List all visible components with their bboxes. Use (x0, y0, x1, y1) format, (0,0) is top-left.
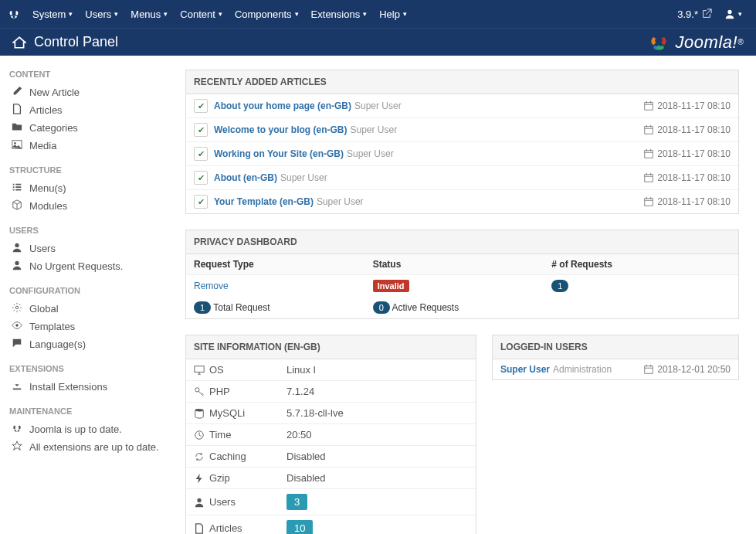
calendar-icon (643, 124, 654, 135)
star-icon (9, 440, 25, 454)
article-link[interactable]: Your Template (en-GB) (214, 196, 314, 207)
page-title: Control Panel (34, 34, 648, 50)
image-icon (9, 139, 25, 152)
sidebar-item-joomla-is-up-to-date-[interactable]: Joomla is up to date. (9, 420, 168, 438)
sidebar-item-all-extensions-are-up-to-date-[interactable]: All extensions are up to date. (9, 438, 168, 456)
nav-components[interactable]: Components ▾ (229, 9, 305, 20)
file-icon (9, 104, 25, 117)
calendar-icon (643, 172, 654, 183)
sidebar-item-language-s-[interactable]: Language(s) (9, 335, 168, 353)
sidebar-item-modules[interactable]: Modules (9, 197, 168, 215)
check-icon[interactable]: ✔ (194, 171, 208, 185)
count-badge: 10 (286, 520, 313, 534)
article-row: ✔About your home page (en-GB)Super User2… (186, 94, 738, 118)
nav-system[interactable]: System ▾ (26, 9, 79, 20)
sidebar-item-users[interactable]: Users (9, 240, 168, 257)
privacy-row: RemoveInvalid1 (186, 275, 738, 297)
chat-icon (9, 338, 25, 351)
sidebar: CONTENTNew ArticleArticlesCategoriesMedi… (0, 56, 178, 534)
site-info-title: SITE INFORMATION (EN-GB) (186, 335, 476, 359)
privacy-type-link[interactable]: Remove (194, 281, 229, 291)
article-link[interactable]: About (en-GB) (214, 172, 277, 183)
monitor-icon (194, 365, 205, 376)
summary-badge: 0 (373, 301, 390, 314)
home-icon (12, 36, 26, 49)
article-author: Super User (350, 124, 397, 135)
site-info-panel: SITE INFORMATION (EN-GB) OSLinux lPHP7.1… (185, 335, 476, 534)
info-row-mysqli: MySQLi5.7.18-cll-lve (186, 403, 476, 424)
joomla-icon (9, 423, 25, 436)
sidebar-item-categories[interactable]: Categories (9, 119, 168, 137)
count-badge: 3 (286, 494, 307, 510)
info-row-caching: CachingDisabled (186, 446, 476, 468)
sidebar-item-templates[interactable]: Templates (9, 318, 168, 335)
logged-date: 2018-12-01 20:50 (643, 364, 731, 375)
calendar-icon (643, 196, 654, 207)
check-icon[interactable]: ✔ (194, 147, 208, 161)
calendar-icon (643, 364, 654, 375)
gear-icon (9, 302, 25, 315)
nav-users[interactable]: Users ▾ (79, 9, 124, 20)
info-row-gzip: GzipDisabled (186, 468, 476, 489)
article-date: 2018-11-17 08:10 (643, 172, 731, 183)
user-lock-icon (9, 260, 25, 273)
sidebar-heading: MAINTENANCE (9, 406, 168, 416)
logged-user-link[interactable]: Super User (500, 364, 550, 375)
nav-content[interactable]: Content ▾ (174, 9, 229, 20)
sidebar-item-install-extensions[interactable]: Install Extensions (9, 378, 168, 396)
sidebar-heading: CONTENT (9, 70, 168, 79)
status-badge: Invalid (373, 280, 409, 292)
calendar-icon (643, 100, 654, 111)
version-menu[interactable]: 3.9.* (671, 9, 718, 20)
file-icon (194, 523, 205, 534)
nav-extensions[interactable]: Extensions ▾ (305, 9, 374, 20)
user-icon (724, 9, 735, 19)
article-link[interactable]: Working on Your Site (en-GB) (214, 148, 344, 159)
joomla-brand: Joomla!® (648, 32, 744, 53)
eye-icon (9, 320, 25, 333)
article-date: 2018-11-17 08:10 (643, 124, 731, 135)
joomla-brand-icon (648, 32, 670, 53)
info-row-php: PHP7.1.24 (186, 381, 476, 403)
article-row: ✔Your Template (en-GB)Super User2018-11-… (186, 190, 738, 213)
article-author: Super User (280, 172, 327, 183)
sidebar-item-global[interactable]: Global (9, 300, 168, 318)
logged-in-panel: LOGGED-IN USERS Super User Administratio… (492, 335, 739, 380)
folder-icon (9, 121, 25, 134)
sidebar-item-menu-s-[interactable]: Menu(s) (9, 179, 168, 197)
sidebar-item-new-article[interactable]: New Article (9, 83, 168, 101)
privacy-header-row: Request Type Status # of Requests (186, 254, 738, 275)
recent-articles-title: RECENTLY ADDED ARTICLES (186, 70, 738, 94)
user-icon (9, 242, 25, 255)
sidebar-heading: STRUCTURE (9, 165, 168, 175)
calendar-icon (643, 148, 654, 159)
article-link[interactable]: About your home page (en-GB) (214, 100, 351, 111)
sidebar-item-no-urgent-requests-[interactable]: No Urgent Requests. (9, 257, 168, 275)
check-icon[interactable]: ✔ (194, 195, 208, 209)
privacy-panel: PRIVACY DASHBOARD Request Type Status # … (185, 230, 739, 319)
check-icon[interactable]: ✔ (194, 123, 208, 137)
joomla-icon (8, 8, 20, 20)
sidebar-heading: CONFIGURATION (9, 286, 168, 295)
article-link[interactable]: Welcome to your blog (en-GB) (214, 124, 347, 135)
nav-menus[interactable]: Menus ▾ (124, 9, 174, 20)
sidebar-item-articles[interactable]: Articles (9, 101, 168, 119)
summary-badge: 1 (194, 301, 211, 314)
article-author: Super User (354, 100, 402, 111)
nav-help[interactable]: Help ▾ (373, 9, 413, 20)
cube-icon (9, 199, 25, 213)
clock-icon (194, 430, 205, 440)
privacy-summary-total: 1 Total Request (194, 301, 373, 314)
top-nav: System ▾Users ▾Menus ▾Content ▾Component… (0, 0, 756, 28)
check-icon[interactable]: ✔ (194, 99, 208, 113)
user-icon (194, 497, 205, 508)
article-date: 2018-11-17 08:10 (643, 196, 731, 207)
info-row-users: Users3 (186, 489, 476, 515)
refresh-icon (194, 451, 205, 462)
info-row-articles: Articles10 (186, 515, 476, 534)
info-row-os: OSLinux l (186, 359, 476, 381)
article-date: 2018-11-17 08:10 (643, 100, 731, 111)
sidebar-heading: USERS (9, 226, 168, 235)
sidebar-item-media[interactable]: Media (9, 137, 168, 155)
user-menu[interactable]: ▾ (718, 9, 748, 19)
